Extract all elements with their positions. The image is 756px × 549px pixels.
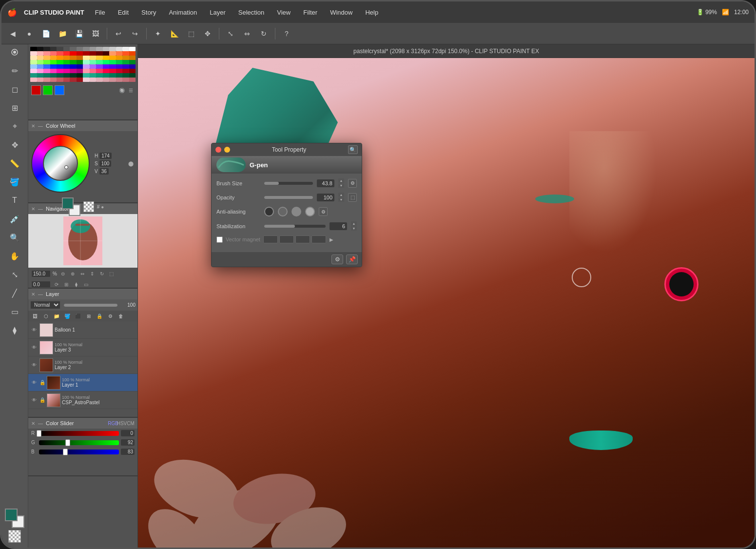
- color-cell[interactable]: [129, 56, 136, 60]
- layer-item-astropastel[interactable]: 👁 🔒 100 % Normal CSP_AstroPastel: [28, 392, 137, 409]
- dialog-close-btn[interactable]: [215, 147, 221, 153]
- layer-minimize[interactable]: —: [38, 292, 43, 297]
- tool-lasso[interactable]: ⌖: [4, 118, 25, 135]
- color-menu-btn[interactable]: ☰: [127, 86, 135, 94]
- color-cell[interactable]: [96, 47, 103, 51]
- color-cell[interactable]: [37, 51, 44, 56]
- layer-vis-astropastel[interactable]: 👁: [30, 396, 38, 404]
- layer-new-folder[interactable]: 📁: [52, 312, 61, 320]
- color-cell[interactable]: [122, 60, 129, 64]
- color-cell[interactable]: [83, 60, 90, 64]
- color-cell[interactable]: [77, 60, 83, 64]
- navigator-extra-1[interactable]: ⊞: [62, 280, 70, 288]
- color-cell[interactable]: [90, 51, 97, 56]
- color-cell[interactable]: [109, 64, 116, 69]
- menu-layer[interactable]: Layer: [207, 8, 229, 17]
- color-cell[interactable]: [77, 51, 83, 56]
- color-cell[interactable]: [96, 51, 103, 56]
- navigator-reset[interactable]: ⟳: [53, 280, 60, 288]
- color-cell[interactable]: [83, 47, 90, 51]
- color-wheel-options[interactable]: ⬤: [127, 159, 135, 167]
- layer-settings-btn[interactable]: ⚙: [105, 312, 115, 320]
- cursor-red-button[interactable]: [664, 267, 698, 301]
- color-cell[interactable]: [30, 60, 37, 64]
- toolbar-ruler-btn[interactable]: 📐: [167, 27, 182, 40]
- navigator-flip-h[interactable]: ⇔: [78, 270, 86, 277]
- tool-eraser[interactable]: ◻: [4, 80, 25, 98]
- navigator-zoom-out[interactable]: ⊖: [59, 270, 67, 277]
- tool-transform[interactable]: ⤡: [4, 266, 25, 283]
- aa-off-btn[interactable]: [264, 207, 274, 216]
- color-cell[interactable]: [37, 47, 44, 51]
- brush-size-down-btn[interactable]: ▼: [338, 183, 344, 188]
- color-cell[interactable]: [122, 47, 129, 51]
- layer-item-layer2[interactable]: 👁 100 % Normal Layer 2: [28, 356, 137, 374]
- color-cell[interactable]: [70, 51, 77, 56]
- aa-settings-btn[interactable]: ⚙: [319, 207, 328, 216]
- color-cell[interactable]: [116, 47, 123, 51]
- color-cell[interactable]: [96, 56, 103, 60]
- stabilization-slider[interactable]: [264, 225, 326, 228]
- color-cell[interactable]: [57, 69, 63, 73]
- navigator-extras[interactable]: ⬚: [108, 270, 116, 277]
- color-cell[interactable]: [116, 64, 123, 69]
- color-cell[interactable]: [103, 56, 110, 60]
- color-cell[interactable]: [103, 69, 110, 73]
- color-cell[interactable]: [109, 73, 116, 78]
- menu-edit[interactable]: Edit: [115, 8, 132, 17]
- color-cell[interactable]: [37, 73, 44, 78]
- toolbar-save-btn[interactable]: 💾: [72, 27, 86, 40]
- navigator-extra-3[interactable]: ▭: [82, 280, 90, 288]
- color-red-swatch[interactable]: [31, 85, 41, 95]
- menu-animation[interactable]: Animation: [166, 8, 200, 17]
- color-cell[interactable]: [83, 69, 90, 73]
- color-cell[interactable]: [57, 78, 63, 82]
- color-cell[interactable]: [37, 64, 44, 69]
- color-cell[interactable]: [103, 73, 110, 78]
- layer-blend-mode-select[interactable]: Normal Multiply Screen: [30, 301, 60, 309]
- color-wheel[interactable]: [31, 134, 90, 193]
- color-cell[interactable]: [103, 78, 110, 82]
- color-cell[interactable]: [50, 73, 57, 78]
- dialog-pin-btn[interactable]: 📌: [346, 255, 358, 264]
- layer-vis-balloon1[interactable]: 👁: [30, 326, 38, 334]
- menu-story[interactable]: Story: [138, 8, 159, 17]
- stabilization-up-btn[interactable]: ▲: [351, 221, 357, 226]
- slider-r-thumb[interactable]: [37, 430, 41, 437]
- color-cell[interactable]: [70, 56, 77, 60]
- toolbar-undo-btn[interactable]: ↩: [111, 27, 126, 40]
- color-cell[interactable]: [116, 51, 123, 56]
- color-cell[interactable]: [50, 69, 57, 73]
- brush-size-reset-btn[interactable]: ⚙: [348, 179, 357, 188]
- color-cell[interactable]: [122, 78, 129, 82]
- layer-mask-btn[interactable]: ⬛: [73, 312, 83, 320]
- color-cell[interactable]: [70, 69, 77, 73]
- opacity-reset-btn[interactable]: ⬚: [348, 193, 357, 202]
- navigator-rotate-btn[interactable]: ↻: [98, 270, 106, 277]
- color-cell[interactable]: [77, 78, 83, 82]
- color-cell[interactable]: [122, 51, 129, 56]
- aa-med-btn[interactable]: [291, 207, 301, 216]
- color-cell[interactable]: [83, 51, 90, 56]
- layer-lock-btn[interactable]: 🔒: [95, 312, 104, 320]
- color-cell[interactable]: [90, 60, 97, 64]
- navigator-zoom-input[interactable]: [31, 270, 51, 277]
- color-cell[interactable]: [70, 64, 77, 69]
- color-cell[interactable]: [109, 51, 116, 56]
- color-wheel-handle[interactable]: [64, 165, 68, 169]
- slider-b-thumb[interactable]: [63, 449, 68, 455]
- color-cell[interactable]: [30, 51, 37, 56]
- layer-vis-layer3[interactable]: 👁: [30, 344, 38, 352]
- toolbar-transform-btn[interactable]: ⤡: [223, 27, 238, 40]
- color-cell[interactable]: [122, 73, 129, 78]
- toolbar-new-btn[interactable]: 📄: [39, 27, 53, 40]
- color-cell[interactable]: [57, 64, 63, 69]
- navigator-flip-v[interactable]: ⇕: [88, 270, 96, 277]
- color-cell[interactable]: [109, 78, 116, 82]
- layer-new-raster[interactable]: 🖼: [30, 312, 40, 320]
- color-cell[interactable]: [83, 78, 90, 82]
- navigator-minimize[interactable]: —: [38, 206, 43, 212]
- color-cell[interactable]: [63, 60, 70, 64]
- color-cell[interactable]: [90, 56, 97, 60]
- vector-opt-4[interactable]: [311, 235, 326, 243]
